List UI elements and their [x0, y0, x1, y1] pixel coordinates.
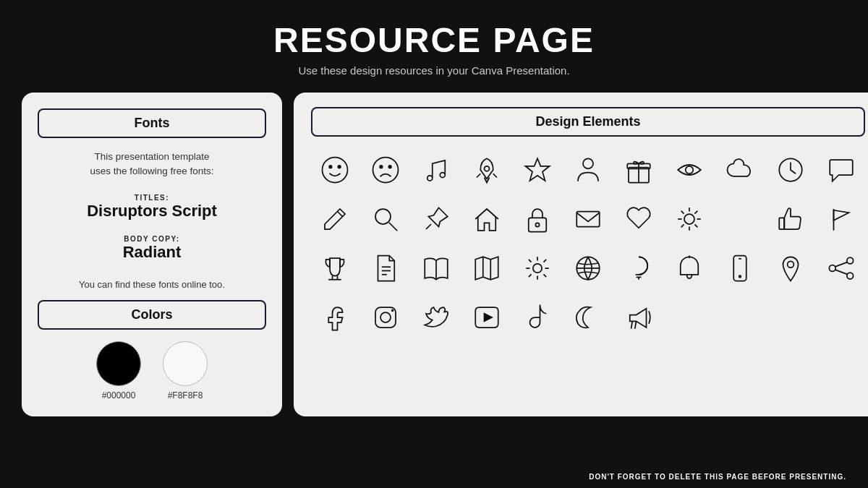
icon-share [817, 247, 865, 290]
icon-gear [514, 247, 561, 290]
svg-line-47 [835, 262, 848, 267]
page-title: RESOURCE PAGE [273, 20, 595, 60]
icon-search [362, 197, 409, 241]
svg-point-45 [847, 273, 854, 279]
icon-youtube [463, 296, 511, 339]
icon-flag [817, 197, 865, 241]
icon-cloud [716, 148, 764, 192]
svg-marker-9 [525, 158, 549, 181]
icon-location [767, 247, 814, 290]
fonts-badge: Fonts [38, 108, 266, 138]
swatch-white: #F8F8F8 [163, 341, 208, 401]
icon-globe [564, 247, 612, 290]
svg-point-44 [847, 257, 854, 264]
body-label: BODY COPY: [123, 235, 182, 243]
svg-line-27 [681, 224, 684, 227]
icon-tiktok [514, 296, 561, 339]
svg-point-50 [380, 312, 391, 322]
svg-point-36 [533, 264, 542, 273]
icon-mail [564, 197, 612, 241]
icon-instagram [362, 296, 409, 339]
fonts-note: You can find these fonts online too. [79, 279, 225, 290]
page-header: RESOURCE PAGE Use these design resources… [273, 0, 595, 84]
svg-line-25 [694, 224, 697, 227]
color-swatches: #000000 #F8F8F8 [38, 341, 266, 401]
svg-marker-52 [485, 314, 493, 322]
svg-point-4 [380, 166, 383, 168]
design-elements-badge: Design Elements [311, 107, 865, 137]
icon-gift [615, 148, 663, 192]
svg-point-19 [684, 214, 694, 224]
page-subtitle: Use these design resources in your Canva… [273, 64, 595, 77]
titles-font-entry: TITLES: Disruptors Script [87, 194, 217, 221]
colors-badge: Colors [38, 300, 266, 330]
icon-lock [514, 197, 561, 241]
icon-thumbsup [767, 197, 814, 241]
svg-point-15 [375, 209, 391, 224]
svg-point-17 [535, 223, 539, 226]
body-font-name: Radiant [123, 243, 182, 262]
swatch-circle-black [96, 341, 141, 386]
svg-point-7 [440, 173, 445, 178]
icon-map [463, 247, 511, 290]
swatch-label-black: #000000 [102, 390, 136, 401]
svg-point-43 [788, 261, 794, 267]
icon-heart [615, 197, 663, 241]
body-font-entry: BODY COPY: Radiant [123, 235, 182, 262]
svg-line-26 [694, 211, 697, 214]
icon-person [564, 148, 612, 192]
svg-line-24 [681, 211, 684, 214]
icons-grid [311, 148, 865, 339]
icon-chat [817, 148, 865, 192]
swatch-label-white: #F8F8F8 [168, 390, 203, 401]
icon-twitter [412, 296, 460, 339]
svg-point-13 [686, 166, 694, 174]
svg-point-0 [323, 158, 348, 183]
icon-clock [767, 148, 814, 192]
icon-home [463, 197, 511, 241]
icon-phone [716, 247, 764, 290]
icon-empty [716, 197, 764, 241]
icon-sun [665, 197, 713, 241]
fonts-description: This presentation templateuses the follo… [90, 150, 213, 179]
icon-pin [412, 197, 460, 241]
footer-note: DON'T FORGET TO DELETE THIS PAGE BEFORE … [589, 473, 846, 481]
icon-sad [362, 148, 409, 192]
icon-megaphone [615, 296, 663, 339]
icon-book [412, 247, 460, 290]
svg-point-6 [427, 176, 433, 181]
svg-point-3 [373, 158, 399, 183]
icon-eye [665, 148, 713, 192]
left-panel: Fonts This presentation templateuses the… [22, 93, 282, 416]
swatch-black: #000000 [96, 341, 141, 401]
svg-line-48 [835, 270, 848, 274]
svg-point-10 [583, 158, 593, 168]
icon-moon [564, 296, 612, 339]
icon-document [362, 247, 409, 290]
icon-smile [311, 148, 359, 192]
titles-label: TITLES: [87, 194, 217, 202]
icon-bulb [615, 247, 663, 290]
main-content: Fonts This presentation templateuses the… [0, 93, 868, 416]
svg-point-2 [338, 166, 341, 168]
svg-point-46 [829, 265, 835, 272]
icon-bell [665, 247, 713, 290]
svg-point-51 [391, 309, 394, 312]
svg-point-5 [388, 166, 391, 168]
colors-section: Colors #000000 #F8F8F8 [38, 300, 266, 401]
titles-font-name: Disruptors Script [87, 202, 217, 221]
svg-rect-28 [779, 218, 784, 229]
svg-rect-18 [576, 212, 600, 227]
svg-point-1 [329, 166, 332, 168]
icon-trophy [311, 247, 359, 290]
right-panel: Design Elements [294, 93, 868, 416]
icon-pencil [311, 197, 359, 241]
icon-music [412, 148, 460, 192]
icon-facebook [311, 296, 359, 339]
svg-point-8 [485, 166, 490, 171]
svg-point-42 [739, 275, 741, 278]
icon-rocket [463, 148, 511, 192]
svg-rect-16 [529, 218, 547, 231]
icon-star [514, 148, 561, 192]
swatch-circle-white [163, 341, 208, 386]
